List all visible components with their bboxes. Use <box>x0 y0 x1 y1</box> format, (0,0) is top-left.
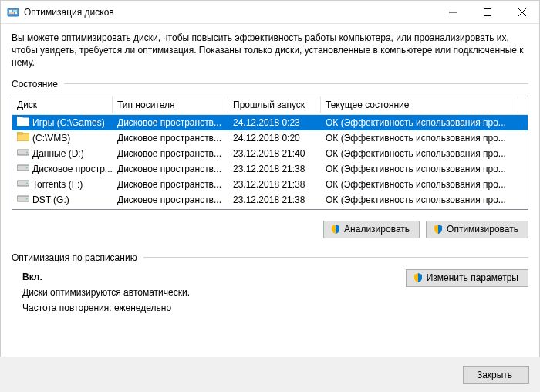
column-status[interactable]: Текущее состояние <box>321 96 518 113</box>
svg-point-15 <box>26 183 28 184</box>
svg-rect-1 <box>9 10 12 12</box>
drive-status: ОК (Эффективность использования про... <box>321 193 528 207</box>
drive-name: Дисковое простр... <box>32 164 113 174</box>
drive-icon <box>17 163 29 174</box>
drive-name: Данные (D:) <box>32 148 84 159</box>
column-type[interactable]: Тип носителя <box>113 96 228 113</box>
close-button[interactable] <box>505 1 539 23</box>
shield-icon <box>413 272 424 283</box>
dialog-footer: Закрыть <box>0 357 540 392</box>
defrag-app-icon <box>7 6 19 19</box>
intro-text: Вы можете оптимизировать диски, чтобы по… <box>12 32 528 69</box>
divider <box>64 83 528 84</box>
drive-list-header[interactable]: Диск Тип носителя Прошлый запуск Текущее… <box>12 96 528 115</box>
schedule-state: Вкл. <box>22 269 406 285</box>
drive-list[interactable]: Диск Тип носителя Прошлый запуск Текущее… <box>12 96 528 210</box>
svg-rect-2 <box>13 10 17 12</box>
drive-status: ОК (Эффективность использования про... <box>321 177 528 191</box>
table-row[interactable]: DST (G:) Дисковое пространств... 23.12.2… <box>12 192 528 208</box>
window-title: Оптимизация дисков <box>24 7 435 18</box>
drive-type: Дисковое пространств... <box>113 116 228 130</box>
schedule-line1: Диски оптимизируются автоматически. <box>22 285 406 300</box>
drive-type: Дисковое пространств... <box>113 147 228 161</box>
svg-point-11 <box>26 152 28 154</box>
change-settings-button[interactable]: Изменить параметры <box>406 269 528 287</box>
drive-type: Дисковое пространств... <box>113 193 228 207</box>
drive-icon <box>17 132 29 144</box>
table-row[interactable]: Данные (D:) Дисковое пространств... 23.1… <box>12 146 528 161</box>
schedule-info: Вкл. Диски оптимизируются автоматически.… <box>12 269 406 316</box>
svg-rect-4 <box>15 12 17 14</box>
table-row[interactable]: Дисковое простр... Дисковое пространств.… <box>12 161 528 177</box>
column-disk[interactable]: Диск <box>12 96 113 113</box>
table-row[interactable]: (C:\VMS) Дисковое пространств... 24.12.2… <box>12 130 528 146</box>
minimize-button[interactable] <box>435 1 470 23</box>
svg-rect-9 <box>17 132 22 134</box>
drive-status: ОК (Эффективность использования про... <box>321 131 528 145</box>
column-last-run[interactable]: Прошлый запуск <box>228 96 321 113</box>
svg-point-17 <box>26 198 28 200</box>
drive-status: ОК (Эффективность использования про... <box>321 116 528 130</box>
drive-type: Дисковое пространств... <box>113 131 228 145</box>
maximize-button[interactable] <box>470 1 505 23</box>
drive-icon <box>17 178 29 190</box>
drive-last-run: 23.12.2018 21:38 <box>228 177 321 191</box>
svg-point-13 <box>26 167 28 169</box>
drive-icon <box>17 194 29 205</box>
drive-last-run: 24.12.2018 0:23 <box>228 116 321 130</box>
schedule-line2: Частота повторения: еженедельно <box>22 300 406 316</box>
drive-icon <box>17 117 29 128</box>
svg-rect-7 <box>17 117 22 119</box>
drive-last-run: 23.12.2018 21:40 <box>228 147 321 161</box>
drive-list-body[interactable]: Игры (C:\Games) Дисковое пространств... … <box>12 115 528 209</box>
drive-type: Дисковое пространств... <box>113 177 228 191</box>
drive-name: DST (G:) <box>32 194 69 205</box>
status-label-text: Состояние <box>12 79 58 90</box>
drive-name: Игры (C:\Games) <box>32 117 105 128</box>
analyze-button[interactable]: Анализировать <box>323 221 420 238</box>
titlebar: Оптимизация дисков <box>1 1 539 24</box>
drive-last-run: 24.12.2018 0:20 <box>228 131 321 145</box>
schedule-label-text: Оптимизация по расписанию <box>12 252 137 263</box>
drive-icon <box>17 147 29 159</box>
drive-name: Torrents (F:) <box>32 179 83 190</box>
svg-rect-5 <box>484 8 491 15</box>
shield-icon <box>330 224 341 235</box>
svg-rect-3 <box>9 12 14 14</box>
divider <box>143 257 528 258</box>
table-row[interactable]: Игры (C:\Games) Дисковое пространств... … <box>12 115 528 130</box>
drive-last-run: 23.12.2018 21:38 <box>228 162 321 176</box>
status-section-label: Состояние <box>12 79 528 90</box>
drive-status: ОК (Эффективность использования про... <box>321 147 528 161</box>
close-dialog-button[interactable]: Закрыть <box>463 366 529 384</box>
schedule-section-label: Оптимизация по расписанию <box>12 252 528 263</box>
drive-status: ОК (Эффективность использования про... <box>321 162 528 176</box>
drive-last-run: 23.12.2018 21:38 <box>228 193 321 207</box>
drive-name: (C:\VMS) <box>32 133 70 144</box>
drive-type: Дисковое пространств... <box>113 162 228 176</box>
optimize-button[interactable]: Оптимизировать <box>426 221 528 238</box>
table-row[interactable]: Torrents (F:) Дисковое пространств... 23… <box>12 177 528 192</box>
shield-icon <box>433 224 444 235</box>
